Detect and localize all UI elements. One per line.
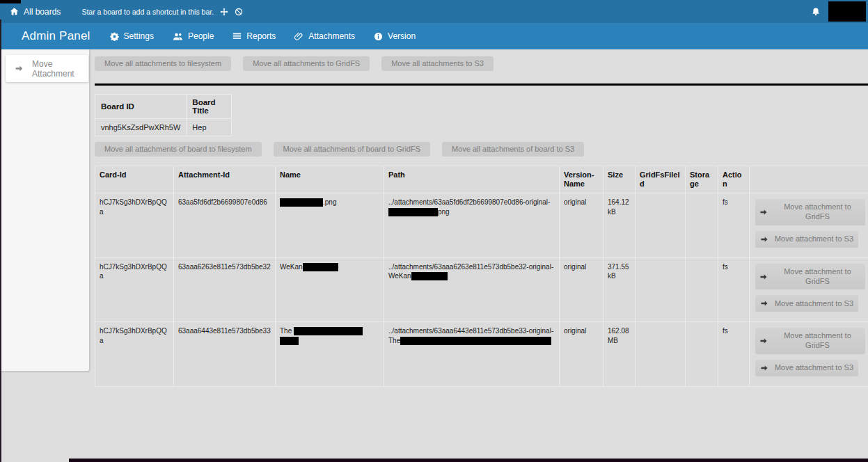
board-table: Board ID Board Title vnhg5KsZsdPwXRh5W H…: [95, 94, 232, 136]
col-header-attachment-id: Attachment-Id: [174, 166, 276, 193]
arrow-right-icon: [15, 64, 24, 73]
move-attachment-to-gridfs-button[interactable]: Move attachment to GridFS: [755, 264, 865, 290]
users-icon: [173, 32, 183, 41]
col-header-gridfsfileid: GridFsFileId: [636, 166, 686, 193]
divider: [95, 83, 868, 86]
nav-version-label: Version: [388, 31, 416, 41]
nav-reports-label: Reports: [246, 31, 276, 41]
move-all-attachments-to-s3-button[interactable]: Move all attachments to S3: [381, 56, 494, 71]
nav-settings-label: Settings: [124, 31, 154, 41]
attachment-row: hCJ7kSg3hDXrBpQQa63aa5fd6df2b6699807e0d8…: [95, 193, 868, 258]
col-header-action: Action: [718, 166, 750, 193]
move-attachment-to-gridfs-button[interactable]: Move attachment to GridFS: [755, 199, 865, 225]
cell-name: .png: [276, 193, 384, 258]
cell-version-name: original: [560, 322, 603, 387]
cell-version-name: original: [560, 193, 603, 258]
star-hint-text: Star a board to add a shortcut in this b…: [81, 8, 214, 16]
attachments-table: Card-Id Attachment-Id Name Path Version-…: [95, 166, 868, 387]
info-circle-icon: [374, 32, 383, 41]
admin-nav: Settings People Reports Attachments Vers…: [110, 31, 416, 41]
move-all-attachments-to-gridfs-button[interactable]: Move all attachments to GridFS: [243, 56, 370, 71]
all-boards-label: All boards: [24, 7, 61, 17]
nav-people-label: People: [188, 31, 214, 41]
top-bar-right: [811, 1, 866, 22]
move-attachment-to-s3-button[interactable]: Move attachment to S3: [755, 231, 858, 248]
move-board-attachments-to-gridfs-button[interactable]: Move all attachments of board to GridFS: [274, 142, 430, 157]
redacted-user-menu[interactable]: [828, 1, 866, 22]
gear-icon: [110, 32, 119, 41]
col-header-card-id: Card-Id: [95, 166, 174, 193]
row-button-label: Move attachment to S3: [775, 234, 853, 244]
page-title: Admin Panel: [22, 29, 90, 43]
redacted-text: [388, 208, 438, 216]
move-attachment-to-s3-button[interactable]: Move attachment to S3: [755, 295, 858, 312]
cell-size: 164.12 kB: [603, 193, 636, 258]
home-icon: [10, 7, 19, 16]
cell-version-name: original: [560, 257, 603, 322]
redacted-text: [411, 272, 448, 280]
window-left-edge: [0, 19, 1, 462]
cell-storage: [686, 193, 718, 258]
move-icon[interactable]: [220, 8, 228, 16]
move-attachment-to-s3-button[interactable]: Move attachment to S3: [755, 360, 858, 376]
nav-reports[interactable]: Reports: [232, 31, 276, 41]
row-button-label: Move attachment to GridFS: [774, 202, 861, 222]
redacted-text: [294, 327, 363, 335]
row-button-label: Move attachment to S3: [775, 363, 853, 373]
cell-storage: [686, 257, 718, 322]
cell-card-id: hCJ7kSg3hDXrBpQQa: [95, 257, 174, 322]
sidebar-item-move-attachment[interactable]: Move Attachment: [6, 55, 88, 82]
redacted-chip: [0, 0, 21, 3]
attachment-row: hCJ7kSg3hDXrBpQQa63aaa6443e811e573db5be3…: [95, 322, 868, 387]
col-header-name: Name: [276, 166, 384, 193]
board-title-header: Board Title: [187, 95, 232, 119]
bell-icon[interactable]: [811, 7, 821, 17]
cell-attachment-id: 63aa5fd6df2b6699807e0d86: [174, 193, 276, 258]
board-row: vnhg5KsZsdPwXRh5W Hep: [95, 119, 232, 136]
nav-people[interactable]: People: [173, 31, 214, 41]
cell-action: fs: [718, 322, 750, 387]
row-button-label: Move attachment to GridFS: [774, 267, 861, 287]
redacted-text: [280, 198, 323, 207]
attachments-header-row: Card-Id Attachment-Id Name Path Version-…: [95, 166, 868, 193]
move-all-attachments-to-filesystem-button[interactable]: Move all attachments to filesystem: [95, 56, 231, 71]
ban-icon[interactable]: [235, 8, 243, 16]
cell-gridfsfileid: [636, 322, 686, 387]
col-header-size: Size: [603, 166, 636, 193]
redacted-text: [280, 337, 299, 345]
move-board-attachments-to-filesystem-button[interactable]: Move all attachments of board to filesys…: [95, 142, 262, 157]
move-board-attachments-to-s3-button[interactable]: Move all attachments of board to S3: [442, 142, 584, 157]
board-title-cell: Hep: [187, 119, 232, 136]
redacted-text: [400, 337, 551, 345]
row-button-label: Move attachment to S3: [775, 299, 853, 309]
top-bar: All boards Star a board to add a shortcu…: [0, 0, 868, 23]
paperclip-icon: [294, 32, 303, 41]
nav-settings[interactable]: Settings: [110, 31, 154, 41]
attachments-table-body: hCJ7kSg3hDXrBpQQa63aa5fd6df2b6699807e0d8…: [95, 193, 868, 387]
cell-path: ../attachments/63aaa6263e811e573db5be32-…: [384, 257, 560, 322]
all-boards-link[interactable]: All boards: [10, 7, 61, 17]
nav-attachments-label: Attachments: [308, 31, 355, 41]
sidebar: Move Attachment: [0, 49, 89, 371]
cell-actions-buttons: Move attachment to GridFSMove attachment…: [750, 322, 868, 387]
global-actions: Move all attachments to filesystem Move …: [95, 56, 868, 71]
cell-card-id: hCJ7kSg3hDXrBpQQa: [95, 193, 174, 258]
cell-action: fs: [718, 257, 750, 322]
nav-version[interactable]: Version: [374, 31, 416, 41]
col-header-storage: Storage: [686, 166, 718, 193]
list-icon: [232, 32, 242, 41]
cell-attachment-id: 63aaa6263e811e573db5be32: [174, 257, 276, 322]
attachment-row: hCJ7kSg3hDXrBpQQa63aaa6263e811e573db5be3…: [95, 257, 868, 322]
board-id-cell: vnhg5KsZsdPwXRh5W: [95, 119, 187, 136]
window-bottom-strip: [69, 459, 868, 462]
cell-path: ../attachments/63aaa6443e811e573db5be33-…: [384, 322, 560, 387]
board-id-header: Board ID: [95, 95, 187, 119]
nav-attachments[interactable]: Attachments: [294, 31, 355, 41]
cell-name: The: [276, 322, 384, 387]
move-attachment-to-gridfs-button[interactable]: Move attachment to GridFS: [755, 328, 865, 354]
col-header-path: Path: [384, 166, 560, 193]
wekan-admin-panel: { "topbar": { "all_boards_label": "All b…: [0, 0, 868, 462]
cell-storage: [686, 322, 718, 387]
redacted-text: [303, 263, 338, 271]
cell-name: WeKan: [276, 257, 384, 322]
